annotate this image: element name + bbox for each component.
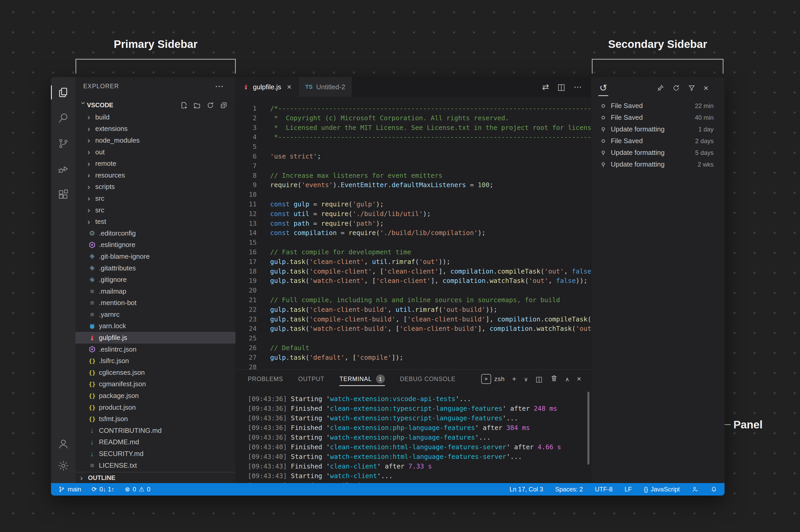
file-.git-blame-ignore[interactable]: .git-blame-ignore xyxy=(75,251,235,262)
folder-resources[interactable]: ›resources xyxy=(75,169,235,181)
sync-indicator[interactable]: ⟳ 0↓ 1↑ xyxy=(92,486,114,493)
new-folder-icon[interactable] xyxy=(193,101,201,109)
folder-remote[interactable]: ›remote xyxy=(75,158,235,169)
timeline-item[interactable]: Update formatting2 wks xyxy=(591,158,725,170)
timeline-item[interactable]: Update formatting1 day xyxy=(591,124,725,135)
folder-out[interactable]: ›out xyxy=(75,146,235,158)
close-icon[interactable]: × xyxy=(703,83,708,93)
explorer-section-actions xyxy=(180,101,228,109)
file-gulpfile.js[interactable]: gulpfile.js xyxy=(75,332,235,344)
timeline-item[interactable]: Update formatting5 days xyxy=(591,147,725,158)
folder-src[interactable]: ›src xyxy=(75,204,235,216)
plus-icon[interactable]: + xyxy=(512,375,517,383)
activity-run-debug-icon[interactable] xyxy=(51,160,75,177)
file-tsfmt.json[interactable]: {}tsfmt.json xyxy=(75,413,235,425)
timeline-history-icon[interactable]: ↺ xyxy=(599,82,607,93)
file-yarn.lock[interactable]: yarn.lock xyxy=(75,320,235,332)
folder-test[interactable]: ›test xyxy=(75,216,235,227)
terminal-scrollbar[interactable] xyxy=(587,392,589,464)
feedback-icon[interactable] xyxy=(692,486,699,493)
more-icon[interactable]: ⋯ xyxy=(574,82,582,92)
file-.eslintignore[interactable]: .eslintignore xyxy=(75,239,235,251)
folder-scripts[interactable]: ›scripts xyxy=(75,181,235,193)
collapse-all-icon[interactable] xyxy=(220,101,228,109)
file-cglicenses.json[interactable]: {}cglicenses.json xyxy=(75,367,235,378)
activity-account-icon[interactable] xyxy=(51,435,75,452)
bell-icon[interactable] xyxy=(710,486,717,493)
file-.editorconfig[interactable]: ⚙.editorconfig xyxy=(75,227,235,239)
terminal-output[interactable]: [09:43:36] Starting 'watch-extension:vsc… xyxy=(236,388,591,483)
panel-tab-output[interactable]: OUTPUT xyxy=(298,370,325,388)
activity-search-icon[interactable] xyxy=(51,109,75,127)
activity-source-control-icon[interactable] xyxy=(51,135,75,152)
terminal-icon: > xyxy=(481,374,491,384)
file-.gitignore[interactable]: .gitignore xyxy=(75,274,235,286)
file-LICENSE.txt[interactable]: ≡LICENSE.txt xyxy=(75,460,235,471)
panel-tab-terminal[interactable]: TERMINAL1 xyxy=(339,370,385,388)
activity-settings-icon[interactable] xyxy=(51,457,75,474)
chevron-right-icon: › xyxy=(88,125,95,133)
refresh-icon[interactable] xyxy=(672,84,680,92)
split-editor-icon[interactable]: ◫ xyxy=(557,82,565,92)
shell-selector[interactable]: >zsh xyxy=(481,374,504,384)
chevron-up-icon[interactable]: ∧ xyxy=(565,375,570,383)
file-README.md[interactable]: ↓README.md xyxy=(75,436,235,448)
encoding[interactable]: UTF-8 xyxy=(595,486,613,493)
folder-src[interactable]: ›src xyxy=(75,193,235,204)
branch-indicator[interactable]: main xyxy=(58,486,81,493)
timeline-item-label: Update formatting xyxy=(611,160,665,168)
tab-Untitled-2[interactable]: TSUntitled-2 xyxy=(299,77,352,97)
code-editor[interactable]: 1/*-------------------------------------… xyxy=(236,97,591,369)
close-icon[interactable]: × xyxy=(577,375,582,383)
eol[interactable]: LF xyxy=(625,486,632,493)
tab-gulpfile.js[interactable]: gulpfile.js× xyxy=(236,77,299,97)
new-file-icon[interactable] xyxy=(180,101,188,109)
timeline-item[interactable]: File Saved2 days xyxy=(591,135,725,147)
chevron-down-icon[interactable]: ∨ xyxy=(524,375,528,383)
file-SECURITY.md[interactable]: ↓SECURITY.md xyxy=(75,448,235,460)
file-.yarnrc[interactable]: ≡.yarnrc xyxy=(75,309,235,320)
yarn-file-icon xyxy=(88,322,97,330)
trash-icon[interactable] xyxy=(550,374,558,384)
code-line-20: 20 xyxy=(236,286,591,296)
file-product.json[interactable]: {}product.json xyxy=(75,402,235,413)
panel-tab-label: PROBLEMS xyxy=(248,376,283,383)
explorer-more-icon[interactable]: ⋯ xyxy=(215,85,224,88)
git-file-icon xyxy=(88,276,97,283)
panel-tab-debug-console[interactable]: DEBUG CONSOLE xyxy=(400,370,456,388)
line-content: const gulp = require('gulp'); xyxy=(256,200,384,209)
problems-indicator[interactable]: ⊗ 0 ⚠ 0 xyxy=(125,486,150,493)
file-.gitattributes[interactable]: .gitattributes xyxy=(75,262,235,274)
annotation-secondary-sidebar: Secondary Sidebar xyxy=(592,38,723,51)
line-content: // Default xyxy=(256,343,309,353)
language-mode[interactable]: {} JavaScript xyxy=(644,486,680,493)
file-CONTRIBUTING.md[interactable]: ↓CONTRIBUTING.md xyxy=(75,425,235,436)
folder-node_modules[interactable]: ›node_modules xyxy=(75,135,235,146)
filter-icon[interactable] xyxy=(688,84,696,92)
file-label: extensions xyxy=(95,125,128,133)
folder-extensions[interactable]: ›extensions xyxy=(75,123,235,135)
panel-tab-problems[interactable]: PROBLEMS xyxy=(248,370,283,388)
file-.eslintrc.json[interactable]: .eslintrc.json xyxy=(75,344,235,355)
activity-extensions-icon[interactable] xyxy=(51,186,75,203)
git-file-icon xyxy=(88,264,97,272)
pin-icon[interactable] xyxy=(656,84,664,92)
line-number: 17 xyxy=(236,257,256,267)
file-package.json[interactable]: {}package.json xyxy=(75,390,235,402)
explorer-section-vscode[interactable]: › VSCODE xyxy=(75,99,235,111)
outline-section[interactable]: › OUTLINE xyxy=(75,472,235,483)
cursor-position[interactable]: Ln 17, Col 3 xyxy=(510,486,543,493)
indentation[interactable]: Spaces: 2 xyxy=(555,486,583,493)
file-.lsifrc.json[interactable]: {}.lsifrc.json xyxy=(75,355,235,367)
file-cgmanifest.json[interactable]: {}cgmanifest.json xyxy=(75,378,235,390)
file-.mention-bot[interactable]: ≡.mention-bot xyxy=(75,297,235,309)
open-changes-icon[interactable]: ⇄ xyxy=(542,82,549,92)
folder-build[interactable]: ›build xyxy=(75,111,235,123)
split-editor-icon[interactable]: ◫ xyxy=(536,375,542,383)
timeline-item[interactable]: File Saved40 min xyxy=(591,112,725,124)
file-.mailmap[interactable]: ≡.mailmap xyxy=(75,286,235,297)
timeline-item[interactable]: File Saved22 min xyxy=(591,100,725,112)
activity-explorer-icon[interactable] xyxy=(51,84,75,101)
refresh-icon[interactable] xyxy=(206,101,214,109)
close-icon[interactable]: × xyxy=(287,82,291,91)
